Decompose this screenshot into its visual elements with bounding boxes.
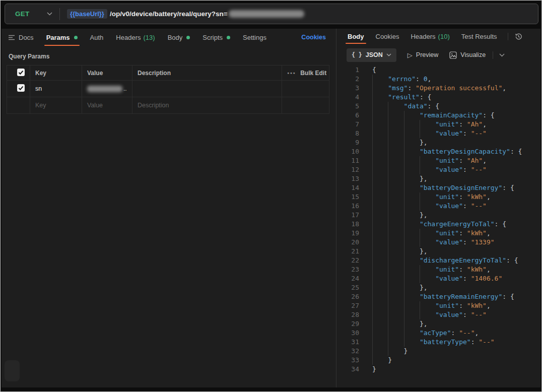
image-icon [449, 51, 457, 59]
tab-response-body[interactable]: Body [347, 29, 365, 44]
url-input[interactable]: {{baseUrl}} /op/v0/device/battery/real/q… [60, 4, 538, 24]
line-number: 22 [336, 256, 359, 265]
placeholder-key-input[interactable]: Key [30, 97, 82, 114]
line-number: 21 [336, 247, 359, 256]
docs-list-icon [9, 35, 15, 40]
format-dropdown[interactable]: { } JSON [347, 48, 396, 62]
play-icon: ▷ [408, 51, 413, 59]
column-header-description: Description [132, 66, 282, 81]
line-number: 15 [336, 192, 359, 202]
column-header-value: Value [82, 66, 132, 81]
line-number: 18 [336, 220, 359, 229]
line-number: 4 [336, 93, 359, 102]
tab-docs[interactable]: Docs [8, 29, 35, 46]
line-number: 25 [336, 283, 359, 292]
visualize-button[interactable]: Visualize [449, 51, 486, 59]
line-number: 13 [336, 174, 359, 183]
code-line: 29}, [336, 319, 540, 329]
row-actions-cell [282, 81, 329, 97]
tab-response-cookies[interactable]: Cookies [375, 29, 400, 44]
code-line: 30"acType": "--", [336, 329, 540, 338]
line-number: 30 [336, 329, 359, 338]
query-params-title: Query Params [9, 53, 336, 60]
modified-dot-icon [227, 36, 230, 39]
line-number: 2 [336, 75, 359, 84]
line-number: 32 [336, 347, 359, 356]
tab-settings[interactable]: Settings [242, 29, 267, 46]
code-line: 16"value": "--" [336, 202, 540, 211]
code-line: 32} [336, 347, 540, 356]
tab-label: Headers [116, 34, 141, 41]
code-line: 2"errno": 0, [336, 75, 540, 84]
line-number: 20 [336, 238, 359, 247]
line-number: 8 [336, 129, 359, 138]
cookies-link[interactable]: Cookies [301, 34, 326, 41]
response-body-code[interactable]: 1{2"errno": 0,3"msg": "Operation success… [336, 66, 540, 374]
select-all-checkbox[interactable] [17, 69, 25, 76]
chevron-down-icon [386, 53, 391, 56]
code-line: 18"chargeEnergyToTal": { [336, 220, 540, 229]
code-line: 12"value": "--" [336, 165, 540, 174]
code-line: 3"msg": "Operation successful", [336, 84, 540, 93]
code-line: 17}, [336, 211, 540, 220]
line-number: 29 [336, 319, 359, 329]
code-line: 27"unit": "kWh", [336, 301, 540, 310]
line-number: 6 [336, 111, 359, 120]
code-line: 22"dischargeEnergyToTal": { [336, 256, 540, 265]
code-line: 23"unit": "kWh", [336, 265, 540, 274]
table-row: sn .. [7, 81, 329, 97]
code-line: 6"remainCapacity": { [336, 111, 540, 120]
line-number: 5 [336, 102, 359, 111]
table-header-row: Key Value Description ●●● Bulk Edit [7, 66, 329, 81]
line-number: 17 [336, 211, 359, 220]
response-history-button[interactable] [514, 29, 523, 44]
redacted-param-value [87, 86, 122, 92]
preview-button[interactable]: ▷ Preview [408, 51, 438, 59]
param-description-cell[interactable] [132, 81, 282, 97]
line-number: 10 [336, 147, 359, 156]
row-checkbox[interactable] [17, 84, 25, 92]
tab-headers[interactable]: Headers (13) [115, 29, 156, 46]
tab-label: Body [168, 34, 183, 41]
code-line: 31"batteryType": "--" [336, 338, 540, 347]
code-line: 15"unit": "kWh", [336, 192, 540, 202]
corner-overlay [5, 360, 20, 381]
code-line: 1{ [336, 66, 540, 75]
tab-auth[interactable]: Auth [89, 29, 105, 46]
history-clock-icon [514, 32, 523, 41]
line-number: 3 [336, 84, 359, 93]
tab-response-headers[interactable]: Headers (10) [410, 29, 450, 44]
code-line: 7"unit": "Ah", [336, 120, 540, 129]
code-line: 28"value": "--" [336, 310, 540, 319]
line-number: 16 [336, 202, 359, 211]
more-options-icon[interactable]: ●●● [287, 71, 296, 75]
tab-label: Body [348, 33, 364, 40]
tab-params[interactable]: Params [45, 29, 79, 46]
tab-body[interactable]: Body [167, 29, 191, 46]
tab-label: Headers [411, 33, 435, 40]
tab-test-results[interactable]: Test Results [460, 29, 498, 44]
method-selector[interactable]: GET [5, 4, 59, 24]
code-line: 9}, [336, 138, 540, 147]
more-formats-button[interactable] [499, 53, 505, 57]
param-key-cell[interactable]: sn [30, 81, 82, 97]
placeholder-checkbox-cell [7, 97, 30, 114]
code-line: 14"batteryDesignEnergy": { [336, 183, 540, 192]
code-line: 4"result": { [336, 93, 540, 102]
line-number: 28 [336, 310, 359, 319]
bulk-edit-button[interactable]: Bulk Edit [300, 70, 326, 77]
code-line: 5"data": { [336, 102, 540, 111]
code-line: 8"value": "--" [336, 129, 540, 138]
param-value-cell[interactable]: .. [82, 81, 132, 97]
request-tabs: Docs Params Auth Headers (13) Body [2, 29, 336, 46]
line-number: 14 [336, 183, 359, 192]
response-panel: Body Cookies Headers (10) Test Results [336, 29, 540, 387]
response-toolbar: { } JSON ▷ Preview Visualize [347, 48, 540, 62]
tab-scripts[interactable]: Scripts [201, 29, 231, 46]
placeholder-value-input[interactable]: Value [82, 97, 132, 114]
line-number: 12 [336, 165, 359, 174]
value-ellipsis: .. [123, 85, 127, 92]
baseurl-variable-chip[interactable]: {{baseUrl}} [67, 9, 107, 19]
placeholder-actions-cell [282, 97, 329, 114]
placeholder-description-input[interactable]: Description [132, 97, 282, 114]
